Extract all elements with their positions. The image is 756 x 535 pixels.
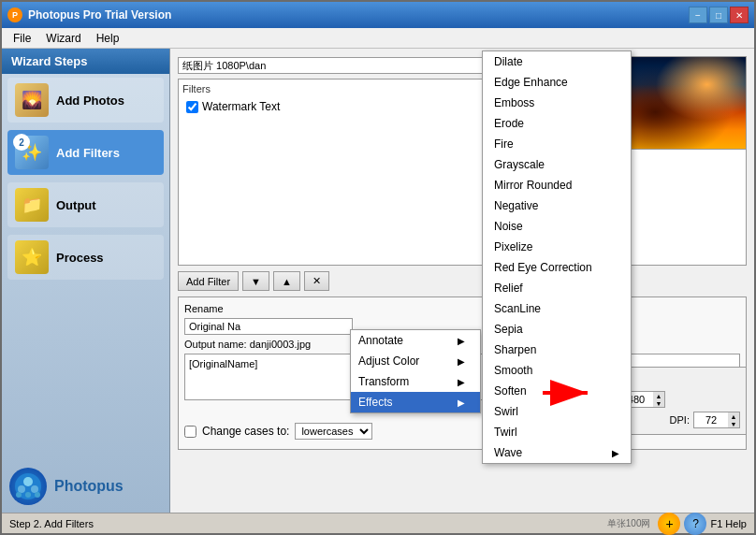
height-up-button[interactable]: ▲ [653,392,664,399]
effect-grayscale[interactable]: Grayscale [483,154,631,175]
effect-pixelize[interactable]: Pixelize [483,237,631,257]
change-cases-checkbox[interactable] [184,426,196,438]
move-up-button[interactable]: ▲ [273,271,300,291]
adjust-color-arrow: ▶ [458,356,465,367]
menu-effects[interactable]: Effects ▶ [351,392,480,412]
photopus-logo [9,468,47,505]
rename-label: Rename [184,303,740,314]
help-text: F1 Help [710,518,747,529]
menu-adjust-color[interactable]: Adjust Color ▶ [351,351,480,371]
effect-scanline[interactable]: ScanLine [483,298,631,319]
sidebar-step2-label: Add Filters [56,146,120,160]
watermark-checkbox[interactable] [186,101,198,113]
annotate-arrow: ▶ [458,336,465,346]
status-bar: Step 2. Add Filters 单张100网 + ? F1 Help [2,513,754,533]
effect-relief[interactable]: Relief [483,278,631,298]
output-icon: 📁 [15,188,49,222]
effect-twirl[interactable]: Twirl [483,422,631,442]
rename-input[interactable] [184,318,353,335]
sidebar: Wizard Steps 🌄 Add Photos ✨ 2 Add Filter… [2,49,170,513]
effect-wave[interactable]: Wave ▶ [483,442,631,463]
menu-file[interactable]: File [6,30,38,47]
dpi-row: DPI: ▲ ▼ [670,412,740,428]
plus-icon: + [658,513,680,535]
effect-emboss[interactable]: Emboss [483,93,631,113]
sidebar-bottom: Photopus [2,460,169,513]
app-icon: P [7,7,22,22]
close-button[interactable]: ✕ [730,7,749,23]
change-cases-label: Change cases to: [202,425,289,438]
svg-point-4 [16,492,22,498]
menu-transform[interactable]: Transform ▶ [351,371,480,392]
minimize-button[interactable]: − [689,7,707,23]
effect-dilate[interactable]: Dilate [483,51,631,72]
remove-button[interactable]: ✕ [304,271,329,291]
cases-select[interactable]: lowercases uppercases titlecase [295,423,372,440]
photopus-brand: Photopus [54,478,124,495]
process-icon: ⭐ [15,240,49,274]
effect-erode[interactable]: Erode [483,113,631,134]
dpi-down-button[interactable]: ▼ [728,420,739,427]
original-name-value: [OriginalName] [189,358,257,369]
window-controls: − □ ✕ [689,7,749,23]
sidebar-step4-label: Process [56,251,104,265]
svg-point-3 [31,485,38,493]
sidebar-item-output[interactable]: 📁 Output [7,182,164,227]
sidebar-title: Wizard Steps [2,49,169,74]
effect-sharpen[interactable]: Sharpen [483,340,631,360]
main-window: P Photopus Pro Trial Version − □ ✕ File … [0,0,756,535]
output-name-label: Output name: [184,339,247,350]
effect-edge-enhance[interactable]: Edge Enhance [483,72,631,93]
transform-arrow: ▶ [458,377,465,387]
sidebar-item-process[interactable]: ⭐ Process [7,235,164,280]
title-bar: P Photopus Pro Trial Version − □ ✕ [2,2,754,28]
dpi-up-button[interactable]: ▲ [728,412,739,420]
window-title: Photopus Pro Trial Version [28,8,689,22]
add-filters-icon: ✨ 2 [15,136,49,169]
effect-sepia[interactable]: Sepia [483,319,631,340]
main-content: Wizard Steps 🌄 Add Photos ✨ 2 Add Filter… [2,49,754,513]
effect-noise[interactable]: Noise [483,216,631,237]
dpi-spinner-buttons: ▲ ▼ [728,412,739,427]
sidebar-item-add-photos[interactable]: 🌄 Add Photos [7,78,164,123]
sidebar-step1-label: Add Photos [56,94,124,108]
add-photos-icon: 🌄 [15,83,49,117]
watermark-text: 单张100网 [607,517,651,530]
red-arrow [543,374,599,418]
preview-image [616,56,747,150]
height-spinner-buttons: ▲ ▼ [653,392,664,407]
height-down-button[interactable]: ▼ [653,399,664,407]
toolbar-row: Add Filter ▼ ▲ ✕ [178,271,747,291]
effect-red-eye[interactable]: Red Eye Correction [483,257,631,278]
effect-mirror-rounded[interactable]: Mirror Rounded [483,175,631,195]
sidebar-item-add-filters[interactable]: ✨ 2 Add Filters [7,130,164,175]
add-filter-button[interactable]: Add Filter [178,271,239,291]
svg-point-2 [18,485,25,493]
effect-negative[interactable]: Negative [483,195,631,216]
menu-bar: File Wizard Help [2,28,754,49]
svg-point-6 [35,492,40,498]
svg-point-5 [25,492,31,498]
status-right: 单张100网 + ? F1 Help [607,513,747,535]
status-text: Step 2. Add Filters [9,518,94,529]
output-name-value: danji0003.jpg [250,339,311,350]
right-panel: ▶ Filters Watermark Text Add Filter ▼ ▲ … [170,49,754,513]
help-icon[interactable]: ? [684,513,706,535]
move-down-button[interactable]: ▼ [242,271,269,291]
dpi-spinner: ▲ ▼ [693,412,740,428]
menu-help[interactable]: Help [89,30,127,47]
svg-point-1 [23,477,33,486]
effect-fire[interactable]: Fire [483,134,631,154]
watermark-label: Watermark Text [202,100,280,113]
dpi-label: DPI: [670,414,690,426]
menu-annotate[interactable]: Annotate ▶ [351,330,480,351]
maximize-button[interactable]: □ [709,7,728,23]
dpi-input[interactable] [694,413,728,427]
sidebar-step3-label: Output [56,198,96,212]
effects-arrow: ▶ [458,398,465,408]
menu-wizard[interactable]: Wizard [38,30,88,47]
wave-arrow: ▶ [612,448,619,458]
preview-inner [617,57,746,149]
context-menu: Annotate ▶ Adjust Color ▶ Transform ▶ Ef… [350,329,481,413]
